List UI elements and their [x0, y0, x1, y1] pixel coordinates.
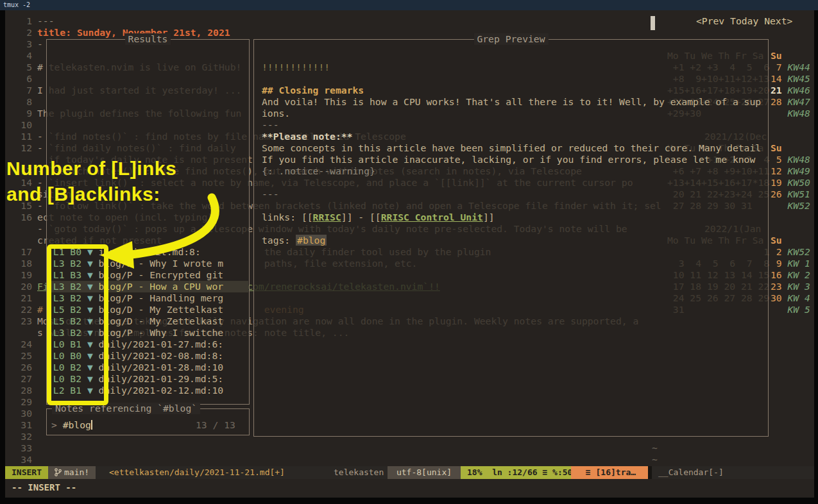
grep-text: tags: — [262, 235, 296, 246]
calendar-week-bright[interactable]: 12 KW49 — [771, 165, 810, 177]
result-file-label: blog/P - Why I switche — [93, 327, 223, 338]
grep-text: ions. — [262, 108, 290, 119]
calendar-sunday-cell: Su — [771, 50, 782, 61]
calendar-week-bright[interactable]: 2 KW52 — [771, 246, 810, 258]
calendar-sunday-cell: Su — [771, 142, 782, 153]
result-file-label: i mention it.md:8: — [93, 246, 201, 257]
calendar-week-bright[interactable]: Su — [771, 235, 788, 246]
buffer-line[interactable]: 25 — [5, 350, 37, 362]
buffer-line[interactable]: 1--- — [5, 15, 55, 27]
result-file-label: daily/2021-01-29.md:5: — [93, 373, 223, 384]
line-number: 26 — [5, 362, 32, 373]
buffer-line[interactable]: 28 — [5, 385, 37, 396]
calendar-week-bright[interactable]: KW52 — [771, 200, 810, 212]
buffer-line[interactable]: 31 — [5, 419, 37, 431]
buffer-line[interactable]: 34 — [5, 454, 37, 466]
wiki-link: RRISC Control Unit — [381, 212, 483, 223]
calendar-week-bright[interactable]: 16 KW 2 — [771, 269, 810, 281]
line-number: 23 — [5, 315, 32, 327]
calendar-sunday-cell: 21 — [771, 85, 782, 96]
calendar-week-bright[interactable]: 5 KW48 — [771, 154, 810, 165]
buffer-line[interactable]: 6 — [5, 73, 37, 85]
calendar-week-bright[interactable]: Su — [771, 142, 788, 154]
line-number: 31 — [5, 419, 32, 431]
buffer-line[interactable]: 19 — [5, 269, 37, 281]
calendar-week-bright[interactable]: 26 KW51 — [771, 189, 810, 200]
grep-text: And voila! This is how a CPU works! That… — [262, 96, 761, 107]
calendar-week-number: KW46 — [788, 85, 810, 96]
calendar-week-number: KW47 — [788, 96, 810, 107]
calendar-week-bright[interactable]: 30 KW 4 — [771, 292, 810, 304]
line-number: 10 — [5, 119, 32, 131]
calendar-week-number: KW 1 — [788, 258, 810, 269]
result-file-label: blog/P - Encrypted git — [93, 269, 223, 280]
calendar-week-bright[interactable]: 19 KW50 — [771, 177, 810, 189]
calendar-week-number: KW44 — [788, 62, 810, 72]
calendar-prev-button[interactable]: <Prev — [696, 15, 724, 26]
result-file-label: blog/P - Handling merg — [93, 292, 223, 303]
calendar-week-bright[interactable]: KW 5 — [771, 304, 810, 315]
result-file-label: daily/2021-01-27.md:6: — [93, 339, 223, 349]
calendar-week-bright[interactable]: 9 KW 1 — [771, 258, 810, 269]
calendar-sunday-cell: 9 — [771, 258, 782, 269]
calendar-week-number: KW52 — [788, 246, 810, 257]
wiki-link: RRISC — [313, 212, 341, 223]
grep-preview-title: Grep Preview — [473, 33, 548, 45]
grep-text: links: [[ — [262, 212, 313, 223]
buffer-line[interactable]: 30 — [5, 408, 37, 419]
line-number: 21 — [5, 292, 32, 304]
calendar-sunday-cell: 14 — [771, 73, 782, 84]
calendar-week-bright[interactable]: 14 KW45 — [771, 73, 810, 85]
calendar-week-bright[interactable]: 28 KW47 — [771, 96, 810, 108]
search-input[interactable]: > #blog — [51, 419, 92, 431]
calendar-week-number: KW50 — [788, 177, 810, 188]
calendar-sunday-cell: 23 — [771, 281, 782, 292]
calendar-week-bright[interactable]: KW48 — [771, 108, 810, 119]
calendar-sunday-cell: 30 — [771, 292, 782, 303]
buffer-line[interactable]: 33 — [5, 442, 37, 454]
buffer-line[interactable]: 21 — [5, 292, 37, 304]
calendar-week-bright[interactable]: Su — [771, 50, 788, 62]
buffer-line[interactable]: 32 — [5, 431, 37, 442]
calendar-week-bright[interactable]: 21 KW46 — [771, 85, 810, 96]
buffer-line[interactable]: 26 — [5, 362, 37, 373]
line-number: 2 — [5, 27, 32, 38]
calendar-week-number: KW 2 — [788, 269, 810, 280]
search-result-count: 13 / 13 — [196, 419, 235, 431]
calendar-week-bright[interactable]: 23 KW 3 — [771, 281, 810, 292]
grep-preview-line: If you find this article inaccurate, lac… — [262, 154, 755, 165]
grep-text: If you find this article inaccurate, lac… — [262, 154, 755, 165]
result-file-label: blog/D - My Zettelkast — [93, 315, 223, 326]
buffer-line[interactable]: 4 — [5, 50, 37, 62]
calendar-sunday-cell: 2 — [771, 246, 782, 257]
buffer-line[interactable]: 10 — [5, 119, 37, 131]
line-number: 20 — [5, 281, 32, 292]
calendar-today-button[interactable]: Today — [730, 15, 758, 26]
line-number: 34 — [5, 454, 32, 466]
calendar-statusline: __Calendar[-] — [652, 466, 814, 479]
buffer-text: --- — [37, 15, 55, 26]
cursor-position-segment: 18% ln :12/66 ≡ %:50 — [461, 466, 571, 479]
buffer-line[interactable]: 27 — [5, 373, 37, 385]
annotation-text-line2: and [B]acklinks: — [6, 185, 160, 204]
line-number: 11 — [5, 131, 32, 142]
calendar-next-button[interactable]: Next> — [764, 15, 792, 26]
grep-preview-line: **Please note:** — [262, 131, 352, 142]
line-number: 19 — [5, 269, 32, 281]
tmux-titlebar: tmux -2 — [0, 0, 818, 10]
calendar-nav: <Prev Today Next> — [696, 15, 792, 27]
buffer-line[interactable]: 29 — [5, 396, 37, 408]
buffer-line[interactable]: 8 — [5, 96, 37, 108]
buffer-line[interactable]: 3- — [5, 38, 43, 50]
buffer-line[interactable]: 2title: Sunday, November 21st, 2021 — [5, 27, 230, 38]
calendar-week-number: KW51 — [788, 189, 810, 199]
calendar-sunday-cell — [771, 200, 782, 211]
result-file-label: daily/2021-02-12.md:10 — [93, 385, 223, 396]
line-number: 12 — [5, 142, 32, 154]
results-window-title: Results — [125, 33, 171, 45]
buffer-line[interactable]: 24 — [5, 339, 37, 350]
calendar-week-bright[interactable]: 7 KW44 — [771, 62, 810, 73]
empty-line-marker: ~ — [652, 454, 658, 466]
grep-preview-line: And voila! This is how a CPU works! That… — [262, 96, 761, 108]
line-number: 9 — [5, 108, 32, 119]
